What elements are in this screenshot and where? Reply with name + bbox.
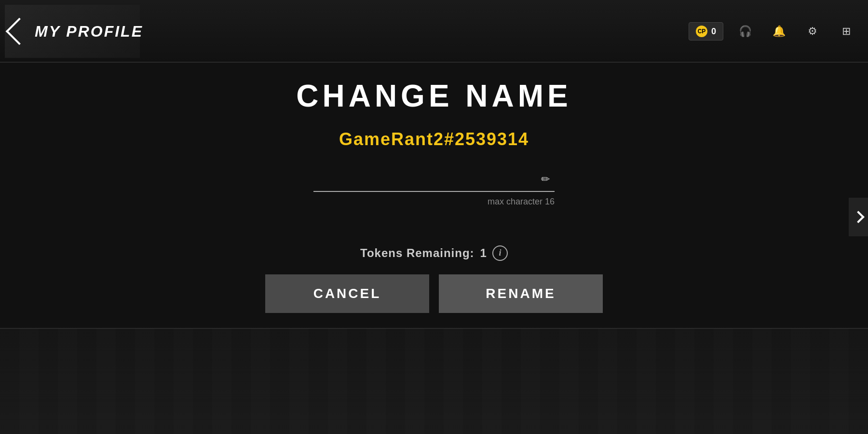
topbar: MY PROFILE CP 0 🎧 🔔 ⚙ ⊞ — [0, 0, 868, 63]
topbar-right-controls: CP 0 🎧 🔔 ⚙ ⊞ — [689, 0, 858, 63]
currency-value: 0 — [711, 27, 716, 37]
dialog-title: CHANGE NAME — [296, 78, 572, 114]
bell-icon: 🔔 — [773, 25, 786, 38]
rename-button[interactable]: RENAME — [439, 274, 603, 313]
page-title: MY PROFILE — [35, 23, 143, 41]
settings-button[interactable]: ⚙ — [800, 19, 825, 43]
info-button[interactable]: i — [492, 245, 508, 261]
bell-button[interactable]: 🔔 — [767, 19, 791, 43]
info-icon: i — [499, 248, 501, 258]
headset-button[interactable]: 🎧 — [733, 19, 757, 43]
bottom-decoration — [0, 328, 868, 434]
action-buttons: CANCEL RENAME — [265, 274, 603, 313]
grid-icon: ⊞ — [842, 25, 851, 38]
tokens-label: Tokens Remaining: — [360, 246, 475, 260]
change-name-dialog: CHANGE NAME GameRant2#2539314 ✏ max char… — [0, 63, 868, 328]
cancel-button[interactable]: CANCEL — [265, 274, 429, 313]
forward-button[interactable] — [849, 198, 868, 236]
current-username: GameRant2#2539314 — [339, 129, 529, 149]
gear-icon: ⚙ — [808, 25, 817, 38]
name-input-wrapper: ✏ — [313, 167, 555, 192]
back-chevron-icon — [6, 18, 33, 45]
tokens-row: Tokens Remaining: 1 i — [360, 245, 508, 261]
topbar-separator — [0, 62, 868, 63]
currency-display: CP 0 — [689, 22, 723, 41]
name-input[interactable] — [313, 167, 555, 192]
tokens-count: 1 — [480, 246, 487, 260]
headset-icon: 🎧 — [739, 25, 752, 38]
forward-chevron-icon — [852, 211, 864, 223]
currency-icon: CP — [696, 26, 707, 37]
grid-button[interactable]: ⊞ — [834, 19, 858, 43]
pencil-icon: ✏ — [541, 173, 550, 186]
back-button[interactable]: MY PROFILE — [10, 22, 143, 41]
max-char-hint: max character 16 — [313, 197, 555, 207]
bottom-separator — [0, 328, 868, 329]
